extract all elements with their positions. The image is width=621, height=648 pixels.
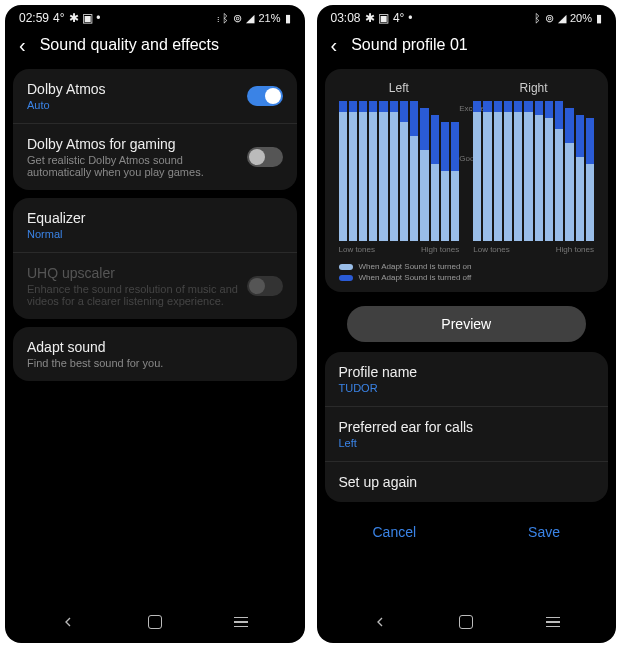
status-bar: 02:59 4° ✱ ▣ • ⋮ᛒ ⊚ ◢ 21% ▮ bbox=[5, 5, 305, 27]
chart-bar bbox=[339, 101, 347, 241]
battery-pct: 21% bbox=[258, 12, 280, 24]
setup-again-row[interactable]: Set up again bbox=[325, 461, 609, 502]
equalizer-sub: Normal bbox=[27, 228, 283, 240]
chart-left-title: Left bbox=[339, 81, 460, 95]
uhq-sub: Enhance the sound resolution of music an… bbox=[27, 283, 247, 307]
adapt-sound-sub: Find the best sound for you. bbox=[27, 357, 283, 369]
chart-bar bbox=[349, 101, 357, 241]
chart-bar bbox=[451, 101, 459, 241]
uhq-row: UHQ upscaler Enhance the sound resolutio… bbox=[13, 252, 297, 319]
status-time: 03:08 bbox=[331, 11, 361, 25]
page-title: Sound quality and effects bbox=[40, 36, 219, 54]
wifi-icon: ⊚ bbox=[545, 12, 554, 25]
chart-bar bbox=[369, 101, 377, 241]
dolby-gaming-sub: Get realistic Dolby Atmos sound automati… bbox=[27, 154, 247, 178]
battery-pct: 20% bbox=[570, 12, 592, 24]
status-icon: ✱ ▣ • bbox=[69, 11, 101, 25]
battery-icon: ▮ bbox=[596, 12, 602, 25]
status-time: 02:59 bbox=[19, 11, 49, 25]
chart-bar bbox=[504, 101, 512, 241]
setup-again-title: Set up again bbox=[339, 474, 595, 490]
chart-left: Left Excellent Good Low tones High tones bbox=[339, 81, 460, 254]
bottom-actions: Cancel Save bbox=[317, 510, 617, 548]
chart-bar bbox=[535, 101, 543, 241]
chart-right-bars bbox=[473, 101, 594, 241]
dolby-gaming-title: Dolby Atmos for gaming bbox=[27, 136, 247, 152]
header: ‹ Sound quality and effects bbox=[5, 27, 305, 69]
legend-on-text: When Adapt Sound is turned on bbox=[359, 262, 472, 271]
chart-card: Left Excellent Good Low tones High tones… bbox=[325, 69, 609, 292]
x-label-low: Low tones bbox=[339, 245, 375, 254]
dolby-gaming-toggle[interactable] bbox=[247, 147, 283, 167]
preferred-ear-row[interactable]: Preferred ear for calls Left bbox=[325, 406, 609, 461]
equalizer-row[interactable]: Equalizer Normal bbox=[13, 198, 297, 252]
cancel-button[interactable]: Cancel bbox=[372, 524, 416, 540]
uhq-title: UHQ upscaler bbox=[27, 265, 247, 281]
nav-home-icon[interactable] bbox=[146, 613, 164, 631]
chart-bar bbox=[420, 101, 428, 241]
chart-bar bbox=[483, 101, 491, 241]
chart-left-bars: Excellent Good bbox=[339, 101, 460, 241]
x-label-high: High tones bbox=[556, 245, 594, 254]
uhq-toggle bbox=[247, 276, 283, 296]
adapt-sound-row[interactable]: Adapt sound Find the best sound for you. bbox=[13, 327, 297, 381]
signal-icon: ◢ bbox=[246, 12, 254, 25]
chart-pair: Left Excellent Good Low tones High tones… bbox=[339, 81, 595, 254]
page-title: Sound profile 01 bbox=[351, 36, 468, 54]
back-icon[interactable]: ‹ bbox=[19, 35, 26, 55]
dolby-gaming-row[interactable]: Dolby Atmos for gaming Get realistic Dol… bbox=[13, 123, 297, 190]
nav-back-icon[interactable] bbox=[59, 613, 77, 631]
battery-icon: ▮ bbox=[285, 12, 291, 25]
status-temp: 4° bbox=[53, 11, 64, 25]
x-label-low: Low tones bbox=[473, 245, 509, 254]
nav-back-icon[interactable] bbox=[371, 613, 389, 631]
nav-home-icon[interactable] bbox=[457, 613, 475, 631]
chart-bar bbox=[431, 101, 439, 241]
chart-legend: When Adapt Sound is turned on When Adapt… bbox=[339, 262, 595, 282]
chart-bar bbox=[565, 101, 573, 241]
chart-right: Right Low tones High tones bbox=[473, 81, 594, 254]
x-label-high: High tones bbox=[421, 245, 459, 254]
screen-sound-profile: 03:08 ✱ ▣ 4° • ᛒ ⊚ ◢ 20% ▮ ‹ Sound profi… bbox=[317, 5, 617, 643]
dolby-atmos-toggle[interactable] bbox=[247, 86, 283, 106]
nav-recents-icon[interactable] bbox=[232, 613, 250, 631]
chart-bar bbox=[586, 101, 594, 241]
status-dot: • bbox=[408, 11, 412, 25]
chart-bar bbox=[555, 101, 563, 241]
status-temp: 4° bbox=[393, 11, 404, 25]
eq-card: Equalizer Normal UHQ upscaler Enhance th… bbox=[13, 198, 297, 319]
preferred-ear-value: Left bbox=[339, 437, 595, 449]
chart-right-title: Right bbox=[473, 81, 594, 95]
legend-off-text: When Adapt Sound is turned off bbox=[359, 273, 472, 282]
dolby-atmos-row[interactable]: Dolby Atmos Auto bbox=[13, 69, 297, 123]
bluetooth-icon: ⋮ᛒ bbox=[215, 12, 229, 24]
nav-bar bbox=[317, 603, 617, 643]
chart-bar bbox=[545, 101, 553, 241]
dolby-atmos-title: Dolby Atmos bbox=[27, 81, 247, 97]
chart-bar bbox=[441, 101, 449, 241]
wifi-icon: ⊚ bbox=[233, 12, 242, 25]
chart-bar bbox=[473, 101, 481, 241]
nav-recents-icon[interactable] bbox=[544, 613, 562, 631]
chart-bar bbox=[379, 101, 387, 241]
preview-button[interactable]: Preview bbox=[347, 306, 587, 342]
chart-bar bbox=[576, 101, 584, 241]
preferred-ear-title: Preferred ear for calls bbox=[339, 419, 595, 435]
chart-bar bbox=[410, 101, 418, 241]
status-icon: ✱ ▣ bbox=[365, 11, 389, 25]
signal-icon: ◢ bbox=[558, 12, 566, 25]
dolby-atmos-sub: Auto bbox=[27, 99, 247, 111]
header: ‹ Sound profile 01 bbox=[317, 27, 617, 69]
chart-bar bbox=[400, 101, 408, 241]
equalizer-title: Equalizer bbox=[27, 210, 283, 226]
status-bar: 03:08 ✱ ▣ 4° • ᛒ ⊚ ◢ 20% ▮ bbox=[317, 5, 617, 27]
save-button[interactable]: Save bbox=[528, 524, 560, 540]
profile-card: Profile name TUDOR Preferred ear for cal… bbox=[325, 352, 609, 502]
chart-bar bbox=[359, 101, 367, 241]
bluetooth-icon: ᛒ bbox=[534, 12, 541, 24]
nav-bar bbox=[5, 603, 305, 643]
profile-name-title: Profile name bbox=[339, 364, 595, 380]
profile-name-row[interactable]: Profile name TUDOR bbox=[325, 352, 609, 406]
chart-bar bbox=[524, 101, 532, 241]
back-icon[interactable]: ‹ bbox=[331, 35, 338, 55]
